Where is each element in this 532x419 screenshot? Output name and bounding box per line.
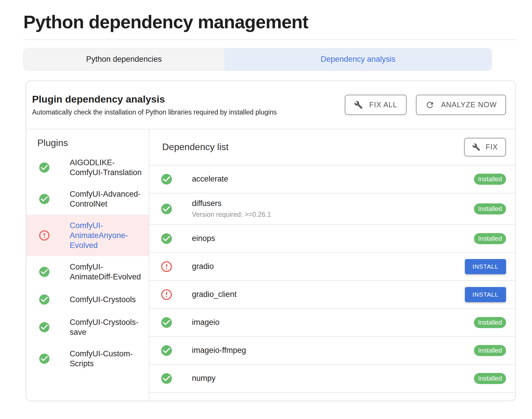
page-title: Python dependency management: [23, 12, 532, 32]
install-button[interactable]: INSTALL: [465, 259, 506, 274]
analyze-now-label: ANALYZE NOW: [441, 101, 497, 109]
plugin-item[interactable]: ComfyUI-Crystools: [26, 288, 149, 311]
dependency-row: gradio INSTALL: [149, 253, 515, 281]
dependency-row: imageio-ffmpeg Installed: [149, 337, 515, 365]
dependency-row: imageio Installed: [149, 309, 515, 337]
dependency-version-note: Version required: >=0.26.1: [192, 211, 271, 219]
installed-badge: Installed: [474, 203, 506, 214]
plugin-name: ComfyUI-Custom-Scripts: [70, 349, 144, 369]
tab-dependency-analysis[interactable]: Dependency analysis: [224, 48, 492, 71]
dependency-row: diffusers Version required: >=0.26.1 Ins…: [149, 193, 515, 225]
check-circle-icon: [38, 266, 50, 278]
dependency-row: gradio_client INSTALL: [149, 281, 515, 309]
check-circle-icon: [38, 293, 50, 306]
fix-all-label: FIX ALL: [369, 101, 397, 109]
installed-badge: Installed: [474, 174, 506, 185]
fix-button[interactable]: FIX: [464, 138, 506, 156]
dependency-list-heading: Dependency list: [162, 142, 229, 152]
plugin-item[interactable]: ComfyUI-Custom-Scripts: [26, 343, 149, 374]
plugin-list: AIGODLIKE-ComfyUI-Translation ComfyUI-Ad…: [26, 152, 149, 374]
dependency-name: gradio: [192, 262, 214, 271]
wrench-icon: [354, 101, 363, 109]
check-circle-icon: [160, 173, 173, 186]
check-circle-icon: [38, 161, 50, 174]
installed-badge: Installed: [474, 233, 506, 244]
check-circle-icon: [160, 232, 173, 245]
tab-python-dependencies[interactable]: Python dependencies: [24, 48, 224, 71]
card-subtitle: Automatically check the installation of …: [32, 108, 277, 116]
card-header: Plugin dependency analysis Automatically…: [26, 81, 515, 129]
dependency-row: einops Installed: [149, 225, 515, 253]
fix-all-button[interactable]: FIX ALL: [345, 95, 407, 115]
dependency-name: numpy: [192, 374, 216, 383]
analyze-now-button[interactable]: ANALYZE NOW: [416, 95, 506, 115]
check-circle-icon: [160, 344, 173, 357]
error-icon: [160, 288, 173, 301]
dependency-row: accelerate Installed: [149, 166, 515, 193]
plugins-heading: Plugins: [37, 138, 149, 148]
error-icon: [38, 229, 50, 242]
dependency-name: gradio_client: [192, 290, 237, 299]
plugins-panel: Plugins AIGODLIKE-ComfyUI-Translation Co…: [26, 129, 149, 401]
dependency-panel: Dependency list FIX accelerate Installed…: [149, 129, 515, 401]
plugin-name: ComfyUI-Advanced-ControlNet: [70, 189, 144, 209]
check-circle-icon: [160, 372, 173, 385]
plugin-item[interactable]: ComfyUI-AnimateDiff-Evolved: [26, 256, 149, 288]
plugin-name: ComfyUI-AnimateDiff-Evolved: [70, 262, 144, 282]
plugin-item[interactable]: ComfyUI-Crystools-save: [26, 311, 149, 343]
installed-badge: Installed: [474, 373, 506, 384]
dependency-name: imageio-ffmpeg: [192, 346, 246, 355]
dependency-name: accelerate: [192, 175, 228, 184]
check-circle-icon: [38, 321, 50, 333]
check-circle-icon: [160, 203, 173, 215]
refresh-icon: [425, 100, 435, 110]
fix-label: FIX: [486, 143, 498, 151]
plugin-item-selected[interactable]: ComfyUI-AnimateAnyone-Evolved: [26, 215, 149, 256]
dependency-list: accelerate Installed diffusers Version r…: [149, 165, 515, 393]
dependency-name: einops: [192, 234, 215, 243]
error-icon: [160, 260, 173, 273]
plugin-name: ComfyUI-Crystools-save: [70, 317, 144, 337]
dependency-row: numpy Installed: [149, 365, 515, 393]
check-circle-icon: [38, 353, 50, 365]
installed-badge: Installed: [474, 317, 506, 328]
install-button[interactable]: INSTALL: [465, 287, 506, 302]
check-circle-icon: [38, 193, 50, 205]
title-divider: [23, 39, 517, 40]
plugin-name: ComfyUI-Crystools: [70, 295, 144, 304]
plugin-item[interactable]: AIGODLIKE-ComfyUI-Translation: [26, 152, 149, 183]
installed-badge: Installed: [474, 345, 506, 356]
check-circle-icon: [160, 316, 173, 329]
plugin-name: AIGODLIKE-ComfyUI-Translation: [70, 158, 144, 177]
wrench-icon: [472, 143, 480, 151]
card-title: Plugin dependency analysis: [32, 94, 277, 105]
tab-bar: Python dependencies Dependency analysis: [23, 48, 492, 71]
plugin-name: ComfyUI-AnimateAnyone-Evolved: [70, 221, 144, 250]
dependency-name: imageio: [192, 318, 220, 327]
dependency-name: diffusers: [192, 199, 271, 208]
plugin-item[interactable]: ComfyUI-Advanced-ControlNet: [26, 183, 149, 215]
dependency-analysis-card: Plugin dependency analysis Automatically…: [26, 80, 516, 401]
